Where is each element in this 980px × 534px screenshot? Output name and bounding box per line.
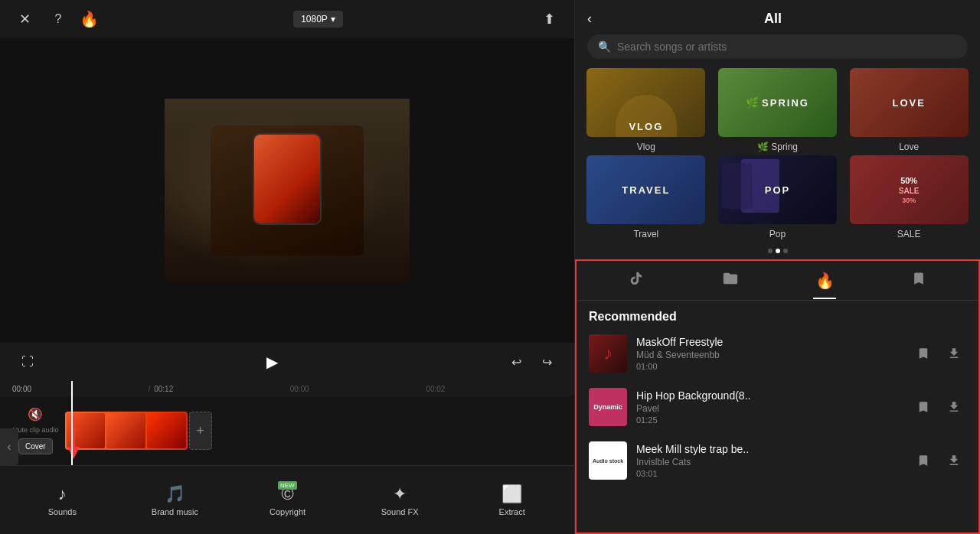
- toolbar-brand-music[interactable]: 🎵 Brand music: [152, 484, 198, 516]
- dot-2-active: [776, 249, 780, 253]
- tab-bar: 🔥: [577, 261, 978, 301]
- genre-travel-name: Travel: [633, 229, 658, 239]
- song-thumb-2: Dynamic: [589, 388, 627, 426]
- song-item-1[interactable]: ♪ MaskOff Freestyle Müd & Seventeenbb 01…: [577, 327, 978, 380]
- song-thumb-3: Audio stock: [589, 441, 627, 480]
- resolution-selector[interactable]: 1080P ▾: [293, 11, 343, 28]
- ruler-mark-start: 00:00: [12, 385, 31, 393]
- resolution-arrow: ▾: [331, 14, 335, 24]
- redo-button[interactable]: ↪: [534, 350, 559, 374]
- genre-pop-thumb: POP: [718, 155, 837, 224]
- music-header: ‹ All: [575, 0, 980, 34]
- resolution-label: 1080P: [301, 14, 328, 24]
- genre-pop[interactable]: POP Pop: [716, 155, 840, 239]
- genre-pop-name: Pop: [769, 229, 786, 239]
- toolbar-sounds[interactable]: ♪ Sounds: [39, 484, 85, 516]
- extract-icon: ⬜: [501, 484, 522, 504]
- genre-vlog[interactable]: VLOG Vlog: [584, 68, 708, 152]
- tiktok-icon: [629, 271, 644, 290]
- music-panel: ‹ All 🔍 VLOG Vlog 🌿 Spring 🌿 S: [574, 0, 980, 534]
- song-list: ♪ MaskOff Freestyle Müd & Seventeenbb 01…: [577, 327, 978, 532]
- copyright-new-badge: NEW: [278, 481, 297, 490]
- music-highlighted-section: 🔥 Recommended ♪: [575, 259, 980, 534]
- video-thumbnail: [165, 99, 410, 282]
- sounds-icon: ♪: [58, 484, 67, 504]
- search-bar[interactable]: 🔍: [587, 34, 968, 59]
- audiostock-logo: Audio stock: [589, 441, 627, 480]
- genre-love-name: Love: [899, 142, 919, 152]
- bottom-toolbar: ‹ ♪ Sounds 🎵 Brand music © NEW Copyright…: [0, 465, 574, 534]
- genre-vlog-name: Vlog: [637, 142, 655, 152]
- timeline-area: 00:00 / 00:12 00:00 00:02 🔇 Mute clip au…: [0, 381, 574, 465]
- arrow-annotation: [67, 416, 80, 459]
- download-song-2-button[interactable]: [942, 395, 966, 419]
- bookmark-song-2-button[interactable]: [911, 395, 936, 419]
- genre-vlog-label: VLOG: [629, 121, 663, 132]
- toolbar-sound-fx[interactable]: ✦ Sound FX: [377, 484, 423, 516]
- song-item-3[interactable]: Audio stock Meek Mill style trap be.. In…: [577, 434, 978, 487]
- song-duration-2: 01:25: [636, 415, 902, 425]
- help-button[interactable]: ?: [46, 7, 70, 31]
- cover-button[interactable]: Cover: [18, 438, 53, 454]
- song-duration-3: 03:01: [636, 469, 902, 478]
- undo-button[interactable]: ↩: [504, 350, 528, 374]
- music-panel-title: All: [601, 11, 945, 27]
- genre-travel[interactable]: TRAVEL Travel: [584, 155, 708, 239]
- folder-icon: [722, 270, 739, 291]
- genre-love-thumb: LOVE: [850, 68, 969, 137]
- download-song-1-button[interactable]: [942, 341, 966, 366]
- close-button[interactable]: ✕: [12, 7, 37, 31]
- timeline-tracks: 🔇 Mute clip audio Cover +: [0, 396, 574, 465]
- song-actions-3: [911, 448, 966, 473]
- add-clip-button[interactable]: +: [189, 412, 212, 450]
- song-actions-1: [911, 341, 966, 366]
- toolbar-extract[interactable]: ⬜ Extract: [489, 484, 535, 516]
- genre-travel-label: TRAVEL: [622, 184, 670, 196]
- song-item-2[interactable]: Dynamic Hip Hop Background(8.. Pavel 01:…: [577, 380, 978, 434]
- mute-icon[interactable]: 🔇: [28, 407, 43, 422]
- dot-3: [783, 249, 788, 253]
- upload-button[interactable]: ⬆: [537, 7, 562, 31]
- music-back-button[interactable]: ‹: [587, 11, 592, 27]
- panel-collapse-button[interactable]: ‹: [0, 428, 18, 465]
- playhead: [71, 381, 73, 465]
- sale-10-text: 30%: [902, 197, 916, 204]
- tab-folder[interactable]: [683, 261, 777, 300]
- expand-button[interactable]: ⛶: [15, 350, 40, 374]
- song-name-1: MaskOff Freestyle: [636, 336, 902, 348]
- song-name-3: Meek Mill style trap be..: [636, 443, 902, 455]
- genre-spring-thumb: 🌿 Spring: [718, 68, 837, 137]
- recommended-title: Recommended: [589, 310, 677, 323]
- topbar-center: 1080P ▾: [293, 11, 343, 28]
- video-clip[interactable]: [65, 412, 188, 450]
- song-thumb-1: ♪: [589, 334, 627, 373]
- song-duration-1: 01:00: [636, 362, 902, 371]
- genre-love[interactable]: LOVE Love: [847, 68, 971, 152]
- song-actions-2: [911, 395, 966, 419]
- download-song-3-button[interactable]: [942, 448, 966, 473]
- search-input[interactable]: [617, 41, 957, 53]
- genre-spring[interactable]: 🌿 Spring 🌿 Spring: [716, 68, 840, 152]
- song-info-2: Hip Hop Background(8.. Pavel 01:25: [636, 389, 902, 425]
- genre-travel-thumb: TRAVEL: [586, 155, 705, 224]
- clip-frame-3: [147, 413, 186, 448]
- tab-bookmark[interactable]: [872, 262, 966, 299]
- toolbar-copyright[interactable]: © NEW Copyright: [265, 484, 311, 516]
- genre-sale[interactable]: 50% SALE 30% SALE: [847, 155, 971, 239]
- bookmark-song-1-button[interactable]: [911, 341, 936, 366]
- bookmark-song-3-button[interactable]: [911, 448, 936, 473]
- genre-grid-row2: TRAVEL Travel POP Pop 50% SALE 30%: [575, 155, 980, 243]
- play-button[interactable]: ▶: [260, 350, 284, 374]
- copyright-label: Copyright: [270, 507, 305, 516]
- tab-fire[interactable]: 🔥: [778, 262, 872, 299]
- genre-love-label: LOVE: [892, 97, 925, 109]
- brand-music-label: Brand music: [152, 507, 198, 516]
- video-preview: [0, 38, 574, 343]
- genre-spring-label: Spring: [762, 97, 809, 109]
- tab-tiktok[interactable]: [589, 262, 683, 299]
- fire-tab-icon: 🔥: [815, 272, 835, 290]
- ruler-mark-1: 00:00: [290, 385, 309, 393]
- genre-pop-label: POP: [765, 184, 790, 196]
- song-artist-3: Invislble Cats: [636, 457, 902, 467]
- topbar-left: ✕ ? 🔥: [12, 7, 99, 31]
